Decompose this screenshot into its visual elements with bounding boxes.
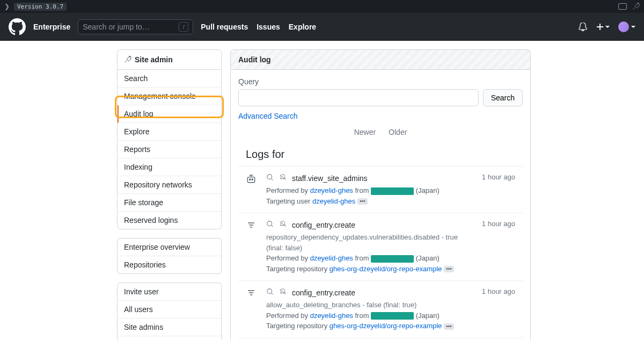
log-timestamp: 1 hour ago — [482, 173, 515, 206]
pager: Newer Older — [238, 120, 523, 144]
create-new-dropdown[interactable] — [596, 23, 610, 31]
query-label: Query — [238, 77, 523, 86]
sidebar-item-enterprise-overview[interactable]: Enterprise overview — [118, 238, 221, 256]
log-timestamp: 1 hour ago — [482, 287, 515, 331]
sidebar-item-dormant-users[interactable]: Dormant users — [118, 336, 221, 340]
target-link[interactable]: dzeyelid-ghes — [312, 197, 355, 205]
advanced-search-link[interactable]: Advanced Search — [238, 112, 298, 120]
sidebar-item-invite-user[interactable]: Invite user — [118, 283, 221, 301]
avatar — [618, 21, 629, 32]
svg-point-2 — [252, 179, 253, 180]
mute-bell-icon[interactable] — [279, 220, 287, 231]
notifications-icon[interactable] — [579, 23, 587, 31]
redacted-ip — [371, 187, 414, 195]
log-performed-by: Performed by dzeyelid-ghes from (Japan) — [266, 185, 472, 196]
brand-label[interactable]: Enterprise — [33, 23, 70, 31]
target-link[interactable]: ghes-org-dzeyelid/org-repo-example — [330, 265, 442, 273]
keyboard-icon — [618, 3, 627, 10]
ellipsis-button[interactable]: ••• — [444, 266, 454, 272]
system-topbar: ❯ Version 3.0.7 — [0, 0, 644, 13]
robot-icon — [246, 173, 257, 206]
nav-issues[interactable]: Issues — [257, 23, 280, 31]
log-row: config_entry.createrepository_dependency… — [238, 213, 523, 280]
log-target: Targeting repository ghes-org-dzeyelid/o… — [266, 264, 472, 274]
svg-rect-0 — [247, 177, 255, 183]
log-row: config_entry.createallow_auto_deleting_b… — [238, 280, 523, 338]
sidebar-header-site-admin: Site admin — [118, 50, 221, 70]
chevron-down-icon — [605, 26, 610, 28]
mute-bell-icon[interactable] — [279, 173, 287, 184]
sidebar-item-reserved-logins[interactable]: Reserved logins — [118, 212, 221, 229]
pager-newer[interactable]: Newer — [354, 128, 376, 136]
sidebar: Site admin Search Management console Aud… — [117, 49, 222, 340]
log-target: Targeting user dzeyelid-ghes••• — [266, 196, 472, 207]
nav-explore[interactable]: Explore — [289, 23, 316, 31]
sidebar-item-repositories[interactable]: Repositories — [118, 256, 221, 273]
log-row: repo.createghes-org-dzeyelid/org-repo-ex… — [238, 338, 523, 341]
log-row: staff.view_site_adminsPerformed by dzeye… — [238, 166, 523, 213]
sidebar-item-all-users[interactable]: All users — [118, 301, 221, 319]
chevron-right-icon: ❯ — [4, 3, 10, 10]
user-menu[interactable] — [618, 21, 635, 32]
redacted-ip — [371, 312, 414, 320]
main-content: Audit log Query Search Advanced Search N… — [230, 49, 531, 340]
svg-point-4 — [267, 221, 272, 226]
actor-link[interactable]: dzeyelid-ghes — [310, 186, 353, 194]
log-meta: allow_auto_deleting_branches - false (fi… — [266, 300, 472, 310]
svg-point-1 — [250, 179, 251, 180]
log-action: config_entry.create — [292, 220, 355, 231]
query-input[interactable] — [238, 89, 479, 106]
log-target: Targeting repository ghes-org-dzeyelid/o… — [266, 321, 472, 331]
page-title: Audit log — [230, 49, 531, 70]
ellipsis-button[interactable]: ••• — [444, 323, 454, 330]
filter-icon — [246, 220, 257, 274]
actor-link[interactable]: dzeyelid-ghes — [310, 254, 353, 262]
sidebar-item-explore[interactable]: Explore — [118, 123, 221, 141]
sidebar-group-users: Invite user All users Site admins Dorman… — [117, 283, 222, 340]
sidebar-item-audit-log[interactable]: Audit log — [118, 105, 221, 123]
log-meta: repository_dependency_updates.vulnerabil… — [266, 232, 472, 253]
log-performed-by: Performed by dzeyelid-ghes from (Japan) — [266, 310, 472, 321]
sidebar-item-site-admins[interactable]: Site admins — [118, 319, 221, 336]
search-icon[interactable] — [266, 220, 274, 231]
filter-icon — [246, 287, 257, 331]
version-badge: Version 3.0.7 — [14, 3, 67, 11]
search-icon[interactable] — [266, 288, 274, 299]
search-placeholder: Search or jump to… — [83, 23, 150, 31]
log-action: staff.view_site_admins — [292, 173, 368, 184]
mute-bell-icon[interactable] — [279, 288, 287, 299]
sidebar-item-reports[interactable]: Reports — [118, 141, 221, 158]
rocket-icon — [124, 56, 131, 63]
sidebar-item-repository-networks[interactable]: Repository networks — [118, 176, 221, 194]
nav-pull-requests[interactable]: Pull requests — [201, 23, 248, 31]
sidebar-item-search[interactable]: Search — [118, 70, 221, 88]
logs-heading: Logs for — [238, 144, 523, 166]
svg-point-5 — [267, 289, 272, 294]
sidebar-item-file-storage[interactable]: File storage — [118, 194, 221, 212]
sidebar-group-admin: Site admin Search Management console Aud… — [117, 49, 222, 229]
target-link[interactable]: ghes-org-dzeyelid/org-repo-example — [330, 322, 442, 330]
pager-older[interactable]: Older — [389, 128, 407, 136]
actor-link[interactable]: dzeyelid-ghes — [310, 312, 353, 320]
redacted-ip — [371, 255, 414, 263]
global-search-input[interactable]: Search or jump to… / — [78, 19, 193, 34]
chevron-down-icon — [631, 26, 635, 28]
main-header: Enterprise Search or jump to… / Pull req… — [0, 13, 644, 41]
sidebar-group-enterprise: Enterprise overview Repositories — [117, 238, 222, 274]
log-performed-by: Performed by dzeyelid-ghes from (Japan) — [266, 253, 472, 264]
sidebar-item-management-console[interactable]: Management console — [118, 88, 221, 105]
ellipsis-button[interactable]: ••• — [357, 198, 368, 205]
log-action: config_entry.create — [292, 287, 355, 299]
slash-key-icon: / — [179, 22, 188, 32]
github-logo-icon[interactable] — [9, 18, 26, 35]
search-button[interactable]: Search — [483, 89, 523, 106]
plus-icon — [596, 23, 604, 31]
search-icon[interactable] — [266, 173, 274, 184]
svg-point-3 — [267, 175, 272, 179]
sidebar-item-indexing[interactable]: Indexing — [118, 158, 221, 176]
rocket-icon — [632, 3, 640, 10]
log-timestamp: 1 hour ago — [482, 220, 515, 274]
